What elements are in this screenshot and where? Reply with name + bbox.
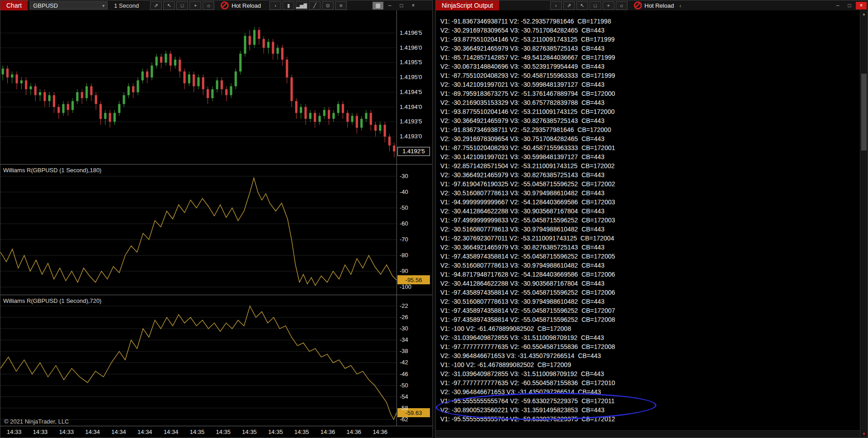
output-lines: V1: -91.8367346938711 V2: -52.2935779816…: [436, 10, 868, 424]
chart-area[interactable]: Williams R(GBPUSD (1 Second),180) Willia…: [0, 10, 432, 426]
nav-left-icon[interactable]: ‹: [269, 1, 281, 10]
output-line: V2: -30.8900523560221 V3: -31.3591495823…: [440, 405, 857, 414]
price-tick-label: 1.4196'0: [400, 44, 422, 51]
output-line: V1: -87.7551020408293 V2: -50.4587155963…: [440, 71, 857, 80]
williams720-tick-label: -58: [400, 405, 408, 411]
crosshair-icon[interactable]: +: [189, 1, 201, 10]
time-axis-label: 14:35: [242, 429, 257, 435]
williams180-panel-canvas[interactable]: [0, 164, 396, 295]
output-line: V2: -30.4412864622288 V3: -30.9035687167…: [440, 279, 857, 288]
scrollbar-thumb[interactable]: [861, 74, 867, 151]
williams180-tick-label: -100: [400, 283, 411, 290]
zoom-icon[interactable]: ⊙: [322, 1, 334, 10]
output-line: V1: -94.8717948717628 V2: -54.1284403669…: [440, 270, 857, 279]
hot-reload-icon: [221, 1, 229, 9]
hot-reload-icon: [634, 1, 642, 9]
output-line: V2: -30.2916978309654 V3: -30.7517084282…: [440, 134, 857, 143]
vertical-scrollbar[interactable]: ▲ ▼: [860, 10, 868, 438]
output-line: V1: -100 V2: -61.4678899082502 CB=172008: [440, 324, 857, 333]
indicator-icon[interactable]: ☼: [203, 1, 214, 10]
hot-reload-button[interactable]: Hot Reload: [221, 1, 261, 9]
williams180-tick-label: -50: [400, 204, 408, 211]
ninjascript-output-window: NinjaScript Output ‹⇗↖□+☼ Hot Reload ‹ –…: [435, 0, 868, 438]
price-tick-label: 1.4195'0: [400, 74, 422, 80]
minimize-button[interactable]: –: [832, 2, 843, 9]
output-line: V1: -93.8775510204146 V2: -53.2110091743…: [440, 107, 857, 116]
scroll-down-arrow[interactable]: ▼: [860, 432, 868, 436]
horizontal-scrollbar[interactable]: [436, 430, 860, 438]
time-axis-label: 14:33: [59, 429, 74, 435]
region-icon[interactable]: □: [590, 1, 601, 10]
output-line: V2: -30.3664921465979 V3: -30.8276385725…: [440, 170, 857, 179]
scroll-up-arrow[interactable]: ▲: [860, 12, 868, 16]
price-tick-label: 1.4195'5: [400, 59, 422, 66]
time-axis-label: 14:34: [111, 429, 126, 435]
hot-reload-label: Hot Reload: [231, 2, 261, 9]
chevron-left-icon[interactable]: ‹: [679, 2, 681, 9]
time-axis-label: 14:34: [164, 429, 179, 435]
output-line: V2: -30.1421091997021 V3: -30.5998481397…: [440, 80, 857, 89]
time-axis-label: 14:34: [137, 429, 152, 435]
copyright-text: © 2021 NinjaTrader, LLC: [4, 418, 69, 425]
output-line: V2: -30.5160807778613 V3: -30.9794988610…: [440, 261, 857, 270]
pointer-icon[interactable]: ↖: [576, 1, 588, 10]
price-panel-canvas[interactable]: [0, 10, 396, 164]
output-console[interactable]: V1: -91.8367346938711 V2: -52.2935779816…: [436, 10, 868, 438]
nav-left-icon[interactable]: ‹: [550, 1, 562, 10]
list-icon[interactable]: ≡: [335, 1, 347, 10]
williams720-tick-label: -30: [400, 325, 408, 332]
time-axis-label: 14:33: [7, 429, 22, 435]
output-line: V1: -91.8367346938711 V2: -52.2935779816…: [440, 125, 857, 134]
output-line: V2: -30.3664921465979 V3: -30.8276385725…: [440, 44, 857, 53]
williams720-tick-label: -50: [400, 382, 408, 389]
williams720-tick-label: -54: [400, 393, 408, 400]
close-button[interactable]: ×: [408, 2, 419, 9]
panel-divider[interactable]: [0, 295, 432, 295]
time-axis-label: 14:34: [85, 429, 100, 435]
restore-button[interactable]: □: [844, 2, 855, 9]
output-line: V1: -93.8775510204146 V2: -53.2110091743…: [440, 35, 857, 44]
output-line: V1: -91.8367346938711 V2: -52.2935779816…: [440, 17, 857, 26]
output-line: V2: -30.3664921465979 V3: -30.8276385725…: [440, 116, 857, 125]
chart-toolbar-styles: ‹▮▂▅▇╱⊙≡: [268, 1, 347, 10]
output-line: V2: -31.0396409872855 V3: -31.5110098709…: [440, 369, 857, 378]
crosshair-icon[interactable]: +: [603, 1, 614, 10]
time-axis[interactable]: 14:3314:3314:3314:3414:3414:3414:3414:35…: [0, 426, 432, 438]
panel-divider[interactable]: [0, 164, 432, 165]
time-axis-label: 14:36: [347, 429, 362, 435]
minimize-button[interactable]: –: [384, 2, 395, 9]
output-line: V1: -97.7777777777635 V2: -60.5504587155…: [440, 342, 857, 351]
export-icon[interactable]: ⇗: [563, 1, 575, 10]
williams720-panel-canvas[interactable]: [0, 295, 396, 425]
region-icon[interactable]: □: [176, 1, 188, 10]
candle-style-icon[interactable]: ▮: [283, 1, 294, 10]
last-price-badge: 1.4192'5: [397, 147, 430, 156]
price-tick-label: 1.4194'0: [400, 104, 422, 110]
williams180-tick-label: -60: [400, 220, 408, 227]
williams180-label: Williams R(GBPUSD (1 Second),180): [3, 167, 101, 174]
indicator-icon[interactable]: ☼: [616, 1, 627, 10]
line-chart-icon[interactable]: ╱: [309, 1, 321, 10]
close-button[interactable]: ×: [856, 2, 867, 9]
restore-button[interactable]: □: [396, 2, 407, 9]
time-axis-label: 14:35: [294, 429, 309, 435]
instrument-selector[interactable]: GBPUSD ▾: [30, 1, 108, 9]
output-line: V1: -95.5555555555764 V2: -59.6330275229…: [440, 414, 857, 424]
output-line: V1: -97.4358974358814 V2: -55.0458715596…: [440, 288, 857, 297]
link-button[interactable]: ▦: [373, 2, 383, 9]
output-line: V2: -30.964846671653 V3: -31.43507972665…: [440, 387, 857, 396]
pointer-icon[interactable]: ↖: [163, 1, 175, 10]
output-line: V2: -30.5160807778613 V3: -30.9794988610…: [440, 297, 857, 306]
williams720-tick-label: -46: [400, 371, 408, 377]
williams180-tick-label: -80: [400, 252, 408, 259]
hot-reload-button[interactable]: Hot Reload: [634, 1, 674, 9]
bar-chart-icon[interactable]: ▂▅▇: [296, 1, 307, 10]
price-tick-label: 1.4193'0: [400, 133, 422, 140]
export-icon[interactable]: ⇗: [150, 1, 162, 10]
chart-window-buttons: ▦–□×: [372, 2, 419, 9]
output-toolbar: ‹⇗↖□+☼: [549, 1, 627, 10]
output-line: V1: -85.7142857142857 V2: -49.5412844036…: [440, 53, 857, 62]
price-axis-column[interactable]: 1.4192'5 -95.56 -59.63 1.4196'51.4196'01…: [396, 10, 432, 426]
output-line: V1: -97.4358974358814 V2: -55.0458715596…: [440, 252, 857, 261]
output-line: V1: -97.7777777777635 V2: -60.5504587155…: [440, 378, 857, 387]
